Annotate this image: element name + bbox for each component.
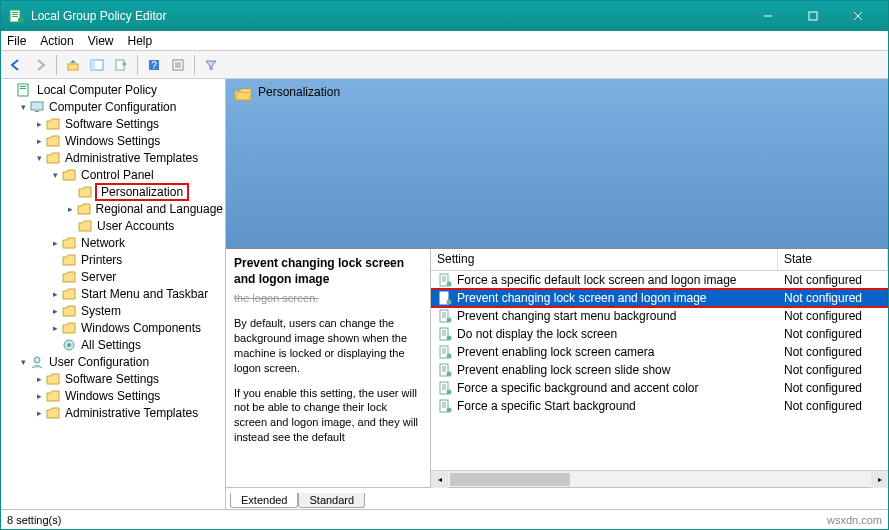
svg-point-61 [447,390,452,395]
svg-point-31 [447,282,452,287]
show-hide-tree-button[interactable] [86,54,108,76]
up-button[interactable] [62,54,84,76]
tree-root[interactable]: Local Computer Policy [1,81,225,98]
setting-row[interactable]: Force a specific Start backgroundNot con… [431,397,888,415]
menu-file[interactable]: File [7,34,26,48]
menu-view[interactable]: View [88,34,114,48]
svg-point-26 [34,357,40,363]
horizontal-scrollbar[interactable]: ◂ ▸ [431,470,888,487]
folder-icon [45,405,61,421]
svg-rect-1 [12,12,18,13]
policy-icon [437,272,453,288]
column-setting[interactable]: Setting [431,249,778,270]
chevron-down-icon[interactable]: ▾ [17,102,29,112]
menu-action[interactable]: Action [40,34,73,48]
column-state[interactable]: State [778,249,888,270]
tree-software-settings[interactable]: ▸Software Settings [1,115,225,132]
forward-button[interactable] [29,54,51,76]
folder-icon [61,303,77,319]
svg-point-51 [447,354,452,359]
chevron-right-icon[interactable]: ▸ [49,323,61,333]
tree-start-menu-taskbar[interactable]: ▸Start Menu and Taskbar [1,285,225,302]
chevron-down-icon[interactable]: ▾ [17,357,29,367]
tree-user-software-settings[interactable]: ▸Software Settings [1,370,225,387]
chevron-down-icon[interactable]: ▾ [49,170,61,180]
tree-windows-components[interactable]: ▸Windows Components [1,319,225,336]
maximize-button[interactable] [790,1,835,31]
close-button[interactable] [835,1,880,31]
menu-help[interactable]: Help [128,34,153,48]
svg-rect-12 [116,60,124,70]
minimize-button[interactable] [745,1,790,31]
setting-state: Not configured [778,399,888,413]
tree-user-config[interactable]: ▾User Configuration [1,353,225,370]
setting-row[interactable]: Prevent enabling lock screen cameraNot c… [431,343,888,361]
status-left: 8 setting(s) [7,514,61,526]
policy-tree[interactable]: Local Computer Policy ▾Computer Configur… [1,79,226,509]
svg-point-66 [447,408,452,413]
tree-personalization[interactable]: Personalization [1,183,225,200]
help-button[interactable]: ? [143,54,165,76]
back-button[interactable] [5,54,27,76]
scroll-left-icon[interactable]: ◂ [431,471,448,488]
properties-button[interactable] [167,54,189,76]
gpedit-icon [17,82,33,98]
chevron-right-icon[interactable]: ▸ [33,374,45,384]
chevron-right-icon[interactable]: ▸ [33,391,45,401]
export-list-button[interactable] [110,54,132,76]
scroll-track[interactable] [448,471,871,488]
tree-user-windows-settings[interactable]: ▸Windows Settings [1,387,225,404]
settings-grid: Setting State Force a specific default l… [431,249,888,487]
tree-regional-language[interactable]: ▸Regional and Language [1,200,225,217]
tree-computer-config[interactable]: ▾Computer Configuration [1,98,225,115]
setting-row[interactable]: Prevent enabling lock screen slide showN… [431,361,888,379]
description-p1: By default, users can change the backgro… [234,316,422,375]
chevron-right-icon[interactable]: ▸ [49,306,61,316]
gpedit-window: Local Group Policy Editor File Action Vi… [0,0,889,530]
setting-row[interactable]: Force a specific background and accent c… [431,379,888,397]
svg-rect-22 [31,102,43,110]
folder-icon [45,388,61,404]
svg-rect-11 [91,60,95,70]
filter-button[interactable] [200,54,222,76]
svg-point-25 [67,343,71,347]
scroll-thumb[interactable] [450,473,570,486]
setting-row[interactable]: Prevent changing start menu backgroundNo… [431,307,888,325]
chevron-right-icon[interactable]: ▸ [33,408,45,418]
tree-admin-templates[interactable]: ▾Administrative Templates [1,149,225,166]
tree-windows-settings[interactable]: ▸Windows Settings [1,132,225,149]
scroll-right-icon[interactable]: ▸ [871,471,888,488]
toolbar-separator [56,55,57,75]
policy-icon [437,290,453,306]
tree-user-accounts[interactable]: User Accounts [1,217,225,234]
setting-label: Prevent changing start menu background [457,309,778,323]
chevron-down-icon[interactable]: ▾ [33,153,45,163]
tree-user-admin-templates[interactable]: ▸Administrative Templates [1,404,225,421]
toolbar-separator-2 [137,55,138,75]
chevron-right-icon[interactable]: ▸ [33,136,45,146]
tree-system[interactable]: ▸System [1,302,225,319]
svg-point-36 [447,300,452,305]
chevron-right-icon[interactable]: ▸ [49,289,61,299]
setting-label: Do not display the lock screen [457,327,778,341]
policy-icon [437,308,453,324]
setting-label: Prevent enabling lock screen camera [457,345,778,359]
tree-server[interactable]: Server [1,268,225,285]
chevron-right-icon[interactable]: ▸ [65,204,76,214]
folder-icon [61,286,77,302]
tree-control-panel[interactable]: ▾Control Panel [1,166,225,183]
folder-icon [45,150,61,166]
tab-extended[interactable]: Extended [230,493,298,508]
tree-printers[interactable]: Printers [1,251,225,268]
setting-row[interactable]: Force a specific default lock screen and… [431,271,888,289]
tree-network[interactable]: ▸Network [1,234,225,251]
svg-rect-21 [20,88,26,89]
tab-standard[interactable]: Standard [298,493,365,508]
menubar: File Action View Help [1,31,888,51]
chevron-right-icon[interactable]: ▸ [33,119,45,129]
chevron-right-icon[interactable]: ▸ [49,238,61,248]
tree-all-settings[interactable]: All Settings [1,336,225,353]
setting-row[interactable]: Prevent changing lock screen and logon i… [431,289,888,307]
setting-row[interactable]: Do not display the lock screenNot config… [431,325,888,343]
titlebar[interactable]: Local Group Policy Editor [1,1,888,31]
